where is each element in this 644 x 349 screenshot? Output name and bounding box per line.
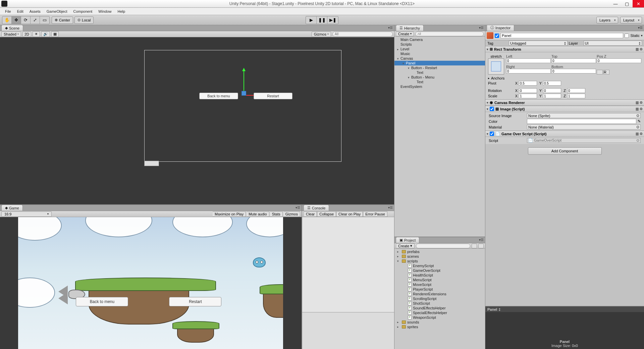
console-clear-button[interactable]: Clear — [304, 211, 317, 217]
menu-window[interactable]: Window — [95, 8, 114, 14]
eyedropper-icon[interactable]: ✎ — [638, 119, 641, 123]
project-script[interactable]: GameOverScript — [394, 268, 485, 273]
menu-component[interactable]: Component — [70, 8, 95, 14]
hierarchy-item[interactable]: Main Camera — [394, 37, 485, 42]
project-search-input[interactable] — [416, 244, 470, 248]
pivot-local-button[interactable]: ⊙ Local — [74, 16, 94, 24]
game-mute-toggle[interactable]: Mute audio — [247, 211, 269, 217]
hierarchy-create-dropdown[interactable]: Create — [396, 32, 414, 36]
pivot-center-button[interactable]: ⊕ Center — [52, 16, 73, 24]
blueprint-mode-button[interactable] — [597, 70, 603, 74]
project-folder[interactable]: ▾scripts — [394, 259, 485, 263]
anchors-foldout[interactable]: Anchors — [491, 76, 516, 80]
pause-button[interactable]: ❚❚ — [317, 16, 327, 24]
game-aspect-dropdown[interactable]: 16:9 — [1, 211, 52, 217]
canvas-renderer-header[interactable]: ▾◉ Canvas Renderer▥ ⚙ — [485, 100, 644, 106]
tab-console[interactable]: ☰ Console — [304, 205, 329, 211]
gameobject-name-input[interactable] — [500, 33, 623, 38]
scene-fx-toggle[interactable]: ▦ — [51, 31, 59, 37]
pivot-y-input[interactable] — [543, 81, 561, 86]
tab-game[interactable]: ◆ Game — [1, 205, 23, 211]
project-script[interactable]: MenuScript — [394, 278, 485, 282]
game-maximize-toggle[interactable]: Maximize on Play — [213, 211, 246, 217]
project-script[interactable]: ShotScript — [394, 301, 485, 306]
hierarchy-item[interactable]: Music — [394, 51, 485, 56]
hierarchy-panel-menu-icon[interactable]: ▾☰ — [479, 26, 484, 30]
raw-edit-button[interactable]: R — [603, 70, 609, 74]
game-restart-button[interactable]: Restart — [169, 297, 221, 306]
scene-light-toggle[interactable]: ☀ — [33, 31, 40, 37]
rt-posz-input[interactable] — [597, 58, 641, 63]
scene-back-button[interactable]: Back to menu — [199, 93, 238, 99]
project-folder[interactable]: ▸sounds — [394, 320, 485, 325]
play-button[interactable]: ▶ — [306, 16, 317, 24]
hierarchy-item[interactable]: ▾Canvas — [394, 56, 485, 61]
anchor-preset-button[interactable] — [488, 58, 504, 74]
menu-edit[interactable]: Edit — [14, 8, 26, 14]
image-color-field[interactable] — [527, 119, 636, 124]
image-header[interactable]: ▾▨ Image (Script)▥ ⚙ — [485, 106, 644, 112]
console-collapse-button[interactable]: Collapse — [317, 211, 336, 217]
project-script[interactable]: WeaponScript — [394, 315, 485, 320]
project-script[interactable]: ScrollingScript — [394, 296, 485, 301]
console-errorpause-button[interactable]: Error Pause — [363, 211, 387, 217]
hierarchy-item[interactable]: Scripts — [394, 42, 485, 47]
console-panel-menu-icon[interactable]: ▾☰ — [388, 206, 393, 209]
layers-dropdown[interactable]: Layers — [596, 17, 618, 23]
rt-bottom-input[interactable] — [551, 69, 596, 73]
add-component-button[interactable]: Add Component — [528, 147, 602, 155]
rect-transform-header[interactable]: ▾⊞ Rect Transform▥ ⚙ — [485, 46, 644, 52]
hierarchy-search-input[interactable] — [415, 32, 484, 36]
rt-right-input[interactable] — [506, 69, 551, 73]
project-script[interactable]: EnemyScript — [394, 263, 485, 268]
rot-z-input[interactable] — [567, 88, 585, 93]
project-star-icon[interactable] — [478, 244, 484, 248]
game-stats-toggle[interactable]: Stats — [270, 211, 283, 217]
image-enabled-checkbox[interactable] — [490, 107, 494, 111]
maximize-button[interactable]: ▢ — [621, 0, 633, 7]
scene-viewport[interactable]: Back to menu Restart — [0, 37, 394, 204]
tab-hierarchy[interactable]: ☰ Hierarchy — [396, 25, 424, 31]
preview-header[interactable]: Panel‡ — [485, 307, 644, 312]
rot-y-input[interactable] — [543, 88, 561, 93]
project-create-dropdown[interactable]: Create▾ — [396, 243, 415, 248]
rt-left-input[interactable] — [506, 58, 551, 63]
rot-x-input[interactable] — [519, 88, 537, 93]
hierarchy-item[interactable]: Text — [394, 70, 485, 75]
scale-z-input[interactable] — [567, 94, 585, 98]
gameover-enabled-checkbox[interactable] — [490, 132, 494, 136]
menu-file[interactable]: File — [2, 8, 14, 14]
tag-dropdown[interactable]: Untagged‡ — [509, 41, 568, 46]
hand-tool-button[interactable]: ✋ — [2, 16, 12, 24]
gameover-script-field[interactable]: 📄 GameOverScript⊙ — [527, 138, 641, 143]
tab-scene[interactable]: ◆ Scene — [1, 25, 23, 31]
project-tree[interactable]: ▸prefabs▸scenes▾scriptsEnemyScriptGameOv… — [394, 249, 485, 349]
scale-x-input[interactable] — [519, 94, 537, 98]
pivot-x-input[interactable] — [519, 81, 537, 86]
scene-audio-toggle[interactable]: 🔊 — [41, 31, 50, 37]
layout-dropdown[interactable]: Layout — [620, 17, 642, 23]
scale-tool-button[interactable]: ⤢ — [31, 16, 40, 24]
scene-restart-button[interactable]: Restart — [254, 93, 292, 99]
menu-assets[interactable]: Assets — [26, 8, 44, 14]
project-panel-menu-icon[interactable]: ▾☰ — [479, 238, 484, 242]
image-source-field[interactable]: None (Sprite)⊙ — [527, 113, 641, 118]
hierarchy-item[interactable]: ▸Level — [394, 47, 485, 51]
hierarchy-item[interactable]: ▾Button - Menu — [394, 75, 485, 80]
scene-2d-toggle[interactable]: 2D — [22, 32, 31, 37]
project-folder[interactable]: ▸scenes — [394, 254, 485, 259]
project-folder[interactable]: ▸prefabs — [394, 249, 485, 254]
scene-panel-menu-icon[interactable]: ▾☰ — [388, 26, 393, 30]
scale-y-input[interactable] — [543, 94, 561, 98]
rt-top-input[interactable] — [551, 58, 596, 63]
hierarchy-item[interactable]: EventSystem — [394, 84, 485, 89]
gameover-header[interactable]: ▾📄 Game Over Script (Script)▥ ⚙ — [485, 131, 644, 137]
project-script[interactable]: HealthScript — [394, 273, 485, 278]
tab-inspector[interactable]: ⓘ Inspector — [487, 25, 514, 31]
project-script[interactable]: RendererExtensions — [394, 292, 485, 296]
gameobject-active-checkbox[interactable] — [495, 34, 499, 38]
close-button[interactable]: ✕ — [633, 0, 644, 7]
hierarchy-tree[interactable]: Main CameraScripts▸LevelMusic▾Canvas▾Pan… — [394, 37, 485, 237]
console-messages[interactable] — [302, 217, 394, 312]
console-clearonplay-button[interactable]: Clear on Play — [336, 211, 363, 217]
